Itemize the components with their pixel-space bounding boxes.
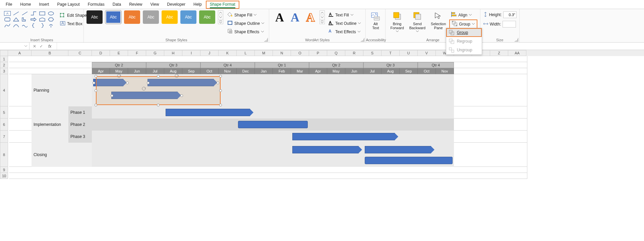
selection-handle[interactable] <box>147 82 150 84</box>
group-menu-ungroup[interactable]: Ungroup <box>446 46 482 54</box>
tab-formulas[interactable]: Formulas <box>84 1 109 9</box>
selection-handle[interactable] <box>217 82 219 84</box>
bring-forward-button[interactable]: Bring Forward <box>388 10 406 33</box>
shape-gallery[interactable]: A <box>3 10 56 29</box>
tab-review[interactable]: Review <box>125 1 146 9</box>
shape-style-gallery[interactable]: Abc Abc Abc Abc Abc Abc Abc <box>86 10 223 24</box>
gantt-arrow[interactable] <box>292 146 359 153</box>
alt-text-button[interactable]: Alt Text <box>368 10 383 31</box>
chevron-down-icon[interactable] <box>24 45 27 47</box>
group-menu-group[interactable]: Group <box>446 28 482 37</box>
text-outline-button[interactable]: A Text Outline <box>326 19 363 27</box>
style-tile-ltblue[interactable]: Abc <box>180 10 196 24</box>
svg-rect-15 <box>228 21 232 25</box>
selection-handle[interactable] <box>95 89 97 92</box>
align-button[interactable]: Align <box>449 11 477 19</box>
shape-styles-dialog-launcher[interactable] <box>264 38 268 42</box>
selection-handle[interactable] <box>95 75 97 78</box>
rotation-handle[interactable] <box>174 74 179 78</box>
gallery-more-icon[interactable] <box>218 19 223 24</box>
roundrect-icon[interactable] <box>4 17 11 22</box>
l-shape-icon[interactable] <box>21 17 28 22</box>
pentagon-up-icon[interactable] <box>39 17 46 22</box>
tab-page-layout[interactable]: Page Layout <box>53 1 83 9</box>
shape-outline-button[interactable]: Shape Outline <box>225 19 266 27</box>
selection-handle[interactable] <box>219 89 222 92</box>
style-tile-yellow[interactable]: Abc <box>162 10 178 24</box>
selection-handle[interactable] <box>157 75 160 78</box>
gallery-up-icon[interactable] <box>218 11 223 15</box>
cancel-icon[interactable]: ✕ <box>33 44 36 49</box>
size-dialog-launcher[interactable] <box>515 38 518 42</box>
height-input[interactable] <box>503 11 517 18</box>
rotation-handle[interactable] <box>141 86 146 91</box>
selection-handle[interactable] <box>180 94 183 97</box>
gantt-arrow[interactable] <box>365 146 431 153</box>
textbox-shape-icon[interactable]: A <box>4 11 11 16</box>
tab-shape-format[interactable]: Shape Format <box>206 1 239 9</box>
brace-right-icon[interactable] <box>39 23 46 28</box>
tab-help[interactable]: Help <box>189 1 206 9</box>
triangle-icon[interactable] <box>13 17 19 22</box>
style-tile-black[interactable]: Abc <box>86 10 103 24</box>
send-backward-button[interactable]: Send Backward <box>407 10 427 33</box>
shape-effects-button[interactable]: Shape Effects <box>225 28 266 36</box>
selection-handle[interactable] <box>219 104 222 106</box>
group-button[interactable]: Group <box>449 19 477 29</box>
gallery-down-icon[interactable] <box>218 15 223 19</box>
more-icon[interactable] <box>48 23 54 28</box>
selection-handle[interactable] <box>219 75 222 78</box>
wordart-black[interactable]: A <box>275 10 284 25</box>
text-outline-icon: A <box>328 20 334 27</box>
tab-view[interactable]: View <box>147 1 163 9</box>
style-tile-gray[interactable]: Abc <box>143 10 159 24</box>
wordart-orange[interactable]: A <box>306 10 315 25</box>
selection-handle[interactable] <box>157 104 160 106</box>
rotation-handle[interactable] <box>117 74 121 78</box>
curve-icon[interactable] <box>4 23 11 28</box>
fx-icon[interactable]: fx <box>46 44 53 49</box>
wordart-blue[interactable]: A <box>291 10 299 25</box>
wordart-dialog-launcher[interactable] <box>361 38 364 42</box>
shape-fill-button[interactable]: Shape Fill <box>225 11 266 19</box>
rect-icon[interactable] <box>39 11 46 16</box>
name-box[interactable] <box>0 43 30 50</box>
shape-selection[interactable] <box>96 76 221 105</box>
tab-insert[interactable]: Insert <box>35 1 53 9</box>
style-tile-green[interactable]: Abc <box>199 10 215 24</box>
oval-icon[interactable] <box>48 11 54 16</box>
tab-file[interactable]: File <box>2 1 16 9</box>
enter-icon[interactable]: ✓ <box>40 44 43 49</box>
style-gallery-spinner[interactable] <box>218 10 223 24</box>
tab-home[interactable]: Home <box>16 1 35 9</box>
wordart-gallery-spinner[interactable] <box>319 10 325 24</box>
gantt-bar[interactable] <box>238 121 308 128</box>
wave-icon[interactable] <box>21 23 28 28</box>
arrow-right-icon[interactable] <box>30 17 37 22</box>
selection-handle[interactable] <box>126 82 129 84</box>
style-tile-blue[interactable]: Abc <box>105 10 121 24</box>
gantt-bar[interactable] <box>365 157 453 164</box>
task-label: Closing <box>34 152 47 157</box>
text-fill-button[interactable]: A Text Fill <box>326 11 363 19</box>
tab-developer[interactable]: Developer <box>163 1 189 9</box>
wordart-gallery[interactable]: A A A <box>272 10 318 25</box>
gantt-arrow[interactable] <box>166 109 250 116</box>
brace-left-icon[interactable] <box>30 23 37 28</box>
tab-data[interactable]: Data <box>109 1 125 9</box>
selection-handle[interactable] <box>95 104 97 106</box>
line-icon[interactable] <box>21 11 28 16</box>
text-effects-button[interactable]: A Text Effects <box>326 28 363 36</box>
selection-pane-button[interactable]: Selection Pane <box>429 10 448 31</box>
group-menu-regroup[interactable]: Regroup <box>446 37 482 46</box>
spreadsheet-grid[interactable]: ABCDEFGHIJKLMNOPQRSTUVWXYZAA 12345678910… <box>0 50 644 179</box>
arc-icon[interactable] <box>13 23 19 28</box>
selection-handle[interactable] <box>111 94 113 97</box>
width-input[interactable] <box>503 21 516 28</box>
style-tile-orange[interactable]: Abc <box>124 10 140 24</box>
selection-handle[interactable] <box>93 82 95 84</box>
connector-icon[interactable] <box>30 11 37 16</box>
line-icon[interactable] <box>13 11 19 16</box>
gantt-arrow[interactable] <box>292 133 395 140</box>
hexagon-icon[interactable] <box>48 17 54 22</box>
